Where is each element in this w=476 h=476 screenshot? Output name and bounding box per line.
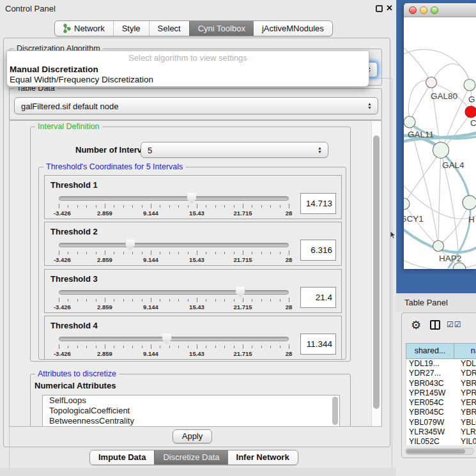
tick-mark (243, 204, 243, 208)
settings-scrollbar[interactable] (371, 121, 381, 427)
tick-mark (188, 299, 188, 302)
threshold-3-slider[interactable]: -3.4262.8599.14415.4321.71528 (59, 286, 289, 312)
network-window-titlebar[interactable] (404, 3, 476, 17)
select-columns-icon[interactable]: ☑☑ (447, 320, 462, 329)
network-node-g[interactable] (464, 79, 475, 91)
threshold-4-slider[interactable]: -3.4262.8599.14415.4321.71528 (59, 333, 289, 358)
list-item[interactable]: TopologicalCoefficient (43, 406, 339, 416)
cell-name[interactable]: YLR345W (455, 427, 476, 437)
network-node-h[interactable] (463, 196, 476, 210)
cell-name[interactable]: YIL052C (455, 437, 476, 445)
cell-name[interactable]: YPR145W (455, 388, 476, 398)
cell-shared-name[interactable]: YIL052C (406, 437, 455, 445)
network-node-gal11[interactable] (404, 116, 415, 128)
scrollbar-thumb[interactable] (373, 135, 380, 409)
cell-name[interactable]: YDL19 (455, 359, 476, 369)
cell-name[interactable]: YER054C (455, 398, 476, 408)
network-node-gal80[interactable] (426, 77, 437, 88)
tab-style[interactable]: Style (113, 21, 149, 36)
tab-impute-data[interactable]: Impute Data (90, 450, 154, 464)
slider-handle[interactable] (236, 287, 245, 298)
column-layout-icon[interactable] (430, 320, 440, 330)
scale-label: 15.43 (189, 350, 204, 357)
slider-track[interactable] (59, 337, 289, 341)
network-node-gal4[interactable] (433, 142, 449, 158)
list-scrollbar[interactable] (332, 397, 338, 425)
close-icon[interactable]: ✕ (386, 3, 393, 13)
threshold-1-value[interactable]: 14.713 (300, 193, 336, 214)
tick-mark (77, 346, 78, 348)
slider-track[interactable] (59, 243, 289, 247)
column-header-name[interactable]: name (454, 343, 476, 359)
cell-name[interactable]: YBL079W (455, 418, 476, 427)
table-row[interactable]: YBR045CYBR045C (406, 408, 476, 417)
tick-mark (280, 252, 280, 254)
cell-shared-name[interactable]: YBR045C (406, 408, 455, 417)
network-node-gcy1[interactable] (404, 198, 410, 210)
dropdown-option-equal-width[interactable]: Equal Width/Frequency Discretization (10, 75, 366, 85)
tab-cyni-toolbox[interactable]: Cyni Toolbox (189, 21, 254, 36)
slider-track[interactable] (59, 290, 289, 295)
table-row[interactable]: YDR27...YDR27 (406, 369, 476, 378)
slider-track[interactable] (59, 196, 289, 201)
threshold-3-value[interactable]: 21.4 (300, 287, 336, 308)
table-row[interactable]: YER054CYER054C (406, 398, 476, 408)
float-window-icon[interactable] (376, 5, 383, 12)
list-item[interactable]: BetweennessCentrality (43, 416, 339, 426)
table-row[interactable]: YBL079WYBL079W (406, 418, 476, 427)
control-panel-titlebar: Control Panel ✕ (0, 0, 396, 17)
cell-shared-name[interactable]: YDL19... (406, 359, 455, 369)
table-hscrollbar[interactable] (405, 448, 474, 455)
table-row[interactable]: YLR345WYLR345W (406, 427, 476, 437)
column-header-shared-name[interactable]: shared... (406, 343, 454, 359)
apply-button[interactable]: Apply (173, 429, 212, 443)
threshold-2-value[interactable]: 6.316 (300, 240, 336, 261)
threshold-4-value[interactable]: 11.344 (300, 334, 336, 355)
table-row[interactable]: YDL19...YDL19 (406, 359, 476, 369)
cell-shared-name[interactable]: YBL079W (406, 418, 455, 427)
table-body[interactable]: YDL19...YDL19YDR27...YDR27YBR043CYBR043C… (406, 359, 476, 445)
network-node-red[interactable] (465, 106, 476, 118)
numerical-attributes-list[interactable]: SelfLoops TopologicalCoefficient Between… (42, 395, 340, 427)
tick-mark (105, 250, 105, 255)
threshold-1-slider[interactable]: -3.4262.8599.14415.4321.71528 (59, 192, 289, 218)
tick-mark (224, 252, 225, 254)
slider-handle[interactable] (162, 334, 172, 344)
dropdown-option-manual[interactable]: Manual Discretization (10, 65, 366, 75)
tick-mark (142, 346, 142, 348)
table-data-combobox[interactable]: galFiltered.sif default node ▲▼ (14, 97, 378, 114)
tab-discretize-data[interactable]: Discretize Data (154, 450, 227, 464)
table-panel-header: Table Panel (396, 293, 476, 312)
mouse-cursor (390, 231, 396, 240)
cell-name[interactable]: YBR043C (455, 379, 476, 388)
cell-shared-name[interactable]: YDR27... (406, 369, 455, 378)
network-node-hap2[interactable] (433, 241, 444, 252)
cell-shared-name[interactable]: YER054C (406, 398, 455, 408)
tab-select[interactable]: Select (149, 21, 189, 36)
table-row[interactable]: YIL052CYIL052C (406, 437, 476, 445)
tab-infer-network[interactable]: Infer Network (228, 450, 298, 464)
tick-mark (132, 346, 133, 348)
threshold-2-slider[interactable]: -3.4262.8599.14415.4321.71528 (59, 239, 289, 265)
minimize-traffic-light-icon[interactable] (420, 6, 427, 14)
cell-shared-name[interactable]: YBR043C (406, 379, 455, 388)
tab-jactivemnodules[interactable]: jActiveMNodules (254, 21, 332, 36)
table-row[interactable]: YPR145WYPR145W (406, 388, 476, 398)
cell-shared-name[interactable]: YPR145W (406, 388, 455, 398)
close-traffic-light-icon[interactable] (409, 6, 417, 14)
table-row[interactable]: YBR043CYBR043C (406, 379, 476, 388)
slider-handle[interactable] (125, 240, 135, 250)
slider-handle[interactable] (187, 193, 196, 204)
scale-label: 28 (286, 350, 293, 357)
cell-shared-name[interactable]: YLR345W (406, 427, 455, 437)
zoom-traffic-light-icon[interactable] (431, 6, 438, 14)
cell-name[interactable]: YDR27 (455, 369, 476, 378)
number-of-intervals-combobox[interactable]: 5 ▲▼ (141, 142, 328, 158)
list-item[interactable]: SelfLoops (43, 395, 339, 406)
network-window[interactable]: GAL80 G C GAL11 GAL4 GCY1 H HAP2 (404, 3, 476, 269)
network-canvas[interactable]: GAL80 G C GAL11 GAL4 GCY1 H HAP2 (404, 17, 476, 269)
gear-icon[interactable]: ⚙ (411, 318, 421, 332)
cell-name[interactable]: YBR045C (455, 408, 476, 417)
hscrollbar-thumb[interactable] (406, 449, 465, 454)
tab-network[interactable]: Network (55, 21, 113, 36)
